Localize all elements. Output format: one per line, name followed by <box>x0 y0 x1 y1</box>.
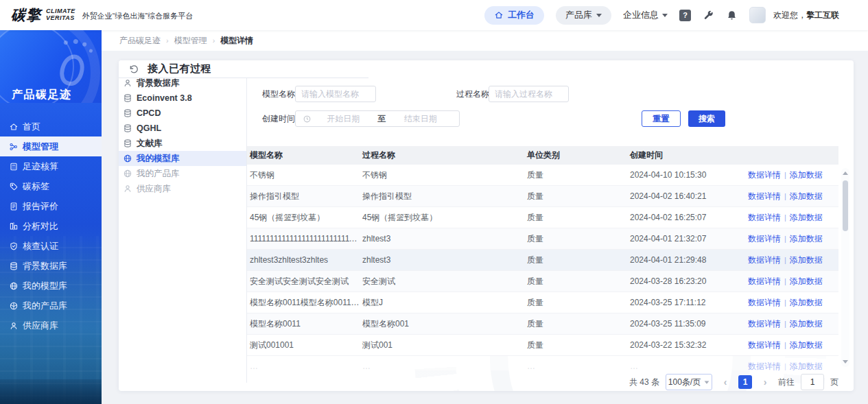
top-nav: 工作台 产品库 企业信息 ? 欢迎您，擎工互联 <box>484 6 868 25</box>
table-row: 测试001001测试001质量2024-03-22 15:32:32数据详情|添… <box>247 335 838 356</box>
prev-page-button[interactable]: ‹ <box>718 375 732 389</box>
cell-unit-type: 质量 <box>524 318 627 330</box>
data-detail-link[interactable]: 数据详情 <box>748 276 781 287</box>
supplier-lib-icon <box>9 321 19 331</box>
scroll-down-icon[interactable] <box>843 360 848 364</box>
model-name-input[interactable] <box>295 86 376 102</box>
database-icon <box>123 139 132 148</box>
chevron-down-icon <box>596 14 602 17</box>
page-number-1[interactable]: 1 <box>738 375 752 389</box>
cell-create-time: 2024-03-28 16:23:20 <box>627 276 745 286</box>
data-detail-link[interactable]: 数据详情 <box>748 318 781 330</box>
add-data-link[interactable]: 添加数据 <box>790 212 823 224</box>
cell-actions: 数据详情|添加数据 <box>745 318 838 330</box>
action-divider: | <box>784 362 786 370</box>
sidebar-item-home[interactable]: 首页 <box>0 117 102 136</box>
globe-icon <box>123 154 132 163</box>
data-detail-link[interactable]: 数据详情 <box>748 297 781 309</box>
page-size-select[interactable]: 100条/页 <box>666 374 712 390</box>
breadcrumb-item[interactable]: 模型管理 <box>174 35 207 47</box>
nav-product-lib[interactable]: 产品库 <box>556 6 611 25</box>
add-data-link[interactable]: 添加数据 <box>790 276 823 287</box>
action-divider: | <box>784 341 786 349</box>
goto-page-input[interactable] <box>801 374 824 390</box>
scrollbar-thumb[interactable] <box>843 180 848 231</box>
report-eval-icon <box>9 202 19 211</box>
table-scrollbar[interactable] <box>841 168 849 367</box>
add-data-link[interactable]: 添加数据 <box>790 340 823 351</box>
app-screen: 碳擎 CLIMATE VERITAS 外贸企业“绿色出海”综合服务平台 工作台 … <box>0 0 868 404</box>
sidebar-item-model-manage[interactable]: 模型管理 <box>0 136 102 156</box>
data-detail-link[interactable]: 数据详情 <box>748 254 781 266</box>
table-row: 45钢（摇篮到坟墓）45钢（摇篮到坟墓）质量2024-04-02 16:25:0… <box>247 207 838 228</box>
user-avatar[interactable] <box>749 7 766 23</box>
col-model-name: 模型名称 <box>247 150 360 161</box>
database-icon <box>123 108 132 118</box>
add-data-link[interactable]: 添加数据 <box>790 318 823 330</box>
subnav-item-my-model-lib[interactable]: 我的模型库 <box>119 151 246 166</box>
add-data-link[interactable]: 添加数据 <box>790 361 823 371</box>
add-data-link[interactable]: 添加数据 <box>790 254 823 266</box>
pagination: 共 43 条 100条/页 ‹ 1 › 前往 页 <box>247 373 838 391</box>
subnav-item-literature-lib[interactable]: 文献库 <box>119 136 246 151</box>
cell-actions: 数据详情|添加数据 <box>745 191 838 202</box>
back-icon[interactable] <box>128 64 139 75</box>
panel-content: 模型名称 过程名称 创建时间 开始日期 至 结束日期 重置 搜索 模型名称 过程… <box>247 78 854 391</box>
search-button[interactable]: 搜索 <box>688 110 725 127</box>
globe-icon <box>123 169 132 178</box>
data-detail-link[interactable]: 数据详情 <box>748 361 781 371</box>
add-data-link[interactable]: 添加数据 <box>790 169 823 181</box>
add-data-link[interactable]: 添加数据 <box>790 297 823 309</box>
cell-unit-type: … <box>524 361 627 370</box>
chevron-down-icon <box>662 14 668 17</box>
subnav-item-my-product-lib[interactable]: 我的产品库 <box>119 166 246 181</box>
breadcrumb-separator: › <box>166 36 169 45</box>
data-detail-link[interactable]: 数据详情 <box>748 233 781 245</box>
date-to-label: 至 <box>375 113 389 125</box>
user-icon <box>123 78 132 88</box>
content-panel: 接入已有过程 背景数据库Ecoinvent 3.8CPCDQGHL文献库我的模型… <box>119 60 854 391</box>
cell-unit-type: 质量 <box>524 191 627 202</box>
data-detail-link[interactable]: 数据详情 <box>748 169 781 181</box>
subnav-item-background-db[interactable]: 背景数据库 <box>119 75 246 91</box>
cell-model-name: 1111111111111111111111111111... <box>247 234 360 243</box>
create-time-label: 创建时间 <box>262 110 295 127</box>
sidebar-item-supplier-lib[interactable]: 供应商库 <box>0 316 102 335</box>
cell-actions: 数据详情|添加数据 <box>745 276 838 287</box>
subnav-item-qghl[interactable]: QGHL <box>119 121 246 136</box>
data-detail-link[interactable]: 数据详情 <box>748 340 781 351</box>
date-range-input[interactable]: 开始日期 至 结束日期 <box>295 110 460 127</box>
subnav-item-cpcd[interactable]: CPCD <box>119 106 246 121</box>
cell-create-time: 2024-04-01 21:32:07 <box>627 234 745 243</box>
wrench-icon[interactable] <box>703 10 714 21</box>
sidebar-item-verify-cert[interactable]: 核查认证 <box>0 236 102 256</box>
sidebar-item-analysis-compare[interactable]: 分析对比 <box>0 216 102 236</box>
cell-process-name: zhltest3 <box>360 255 524 265</box>
table-row: 安全测试安全测试安全测试安全测试质量2024-03-28 16:23:20数据详… <box>247 271 838 292</box>
data-detail-link[interactable]: 数据详情 <box>748 212 781 224</box>
cell-create-time: 2024-04-02 16:40:21 <box>627 191 745 201</box>
subnav-item-ecoinvent[interactable]: Ecoinvent 3.8 <box>119 91 246 106</box>
process-name-input[interactable] <box>489 86 569 102</box>
sidebar-item-my-product-lib[interactable]: 我的产品库 <box>0 296 102 316</box>
breadcrumb-item[interactable]: 产品碳足迹 <box>119 35 161 47</box>
model-manage-icon <box>9 142 19 152</box>
reset-button[interactable]: 重置 <box>642 110 681 127</box>
help-icon[interactable]: ? <box>679 10 691 21</box>
data-detail-link[interactable]: 数据详情 <box>748 191 781 202</box>
next-page-button[interactable]: › <box>758 375 772 389</box>
bell-icon[interactable] <box>726 10 738 21</box>
nav-workbench[interactable]: 工作台 <box>484 6 544 25</box>
nav-company-info[interactable]: 企业信息 <box>623 9 668 21</box>
add-data-link[interactable]: 添加数据 <box>790 191 823 202</box>
subnav-item-supplier-lib[interactable]: 供应商库 <box>119 181 246 196</box>
sidebar-item-report-eval[interactable]: 报告评价 <box>0 196 102 216</box>
sidebar-item-carbon-label[interactable]: 碳标签 <box>0 176 102 196</box>
add-data-link[interactable]: 添加数据 <box>790 233 823 245</box>
sidebar-item-footprint-calc[interactable]: 足迹核算 <box>0 156 102 176</box>
sidebar-item-my-model-lib[interactable]: 我的模型库 <box>0 276 102 296</box>
page-unit-label: 页 <box>830 377 838 388</box>
scroll-up-icon[interactable] <box>843 171 848 175</box>
sidebar-item-background-db[interactable]: 背景数据库 <box>0 256 102 276</box>
verify-cert-icon <box>9 241 19 251</box>
